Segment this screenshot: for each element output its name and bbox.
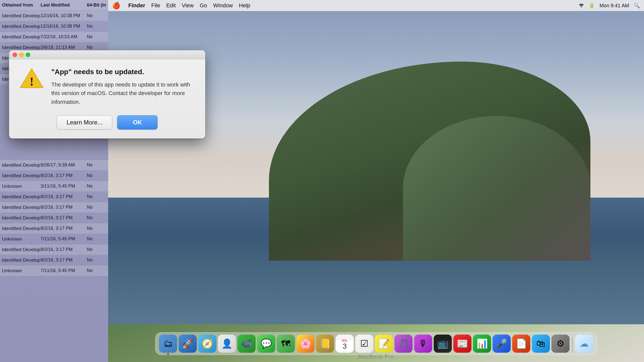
- alert-titlebar: [9, 50, 205, 59]
- maximize-button[interactable]: [26, 53, 30, 57]
- table-row: Identified Developer8/2/16, 3:17 PMNo: [0, 213, 108, 223]
- table-row: Identified Developer7/22/16, 10:53 AMNo: [0, 32, 108, 42]
- dock-active-dot: [167, 353, 169, 355]
- table-row: Identified Developer8/2/16, 3:17 PMNo: [0, 192, 108, 202]
- dock-icon-finder[interactable]: 🗂: [159, 335, 177, 353]
- dock-icon-icloud[interactable]: ☁: [575, 335, 593, 353]
- alert-title: "App" needs to be updated.: [51, 67, 195, 76]
- menubar-left: 🍎 Finder File Edit View Go Window Help: [112, 2, 250, 10]
- table-row: Unknown3/11/16, 5:45 PMNo: [0, 181, 108, 192]
- dock-separator: [572, 338, 573, 353]
- alert-buttons: Learn More... OK: [19, 115, 195, 129]
- dock-icon-contacts[interactable]: 👤: [218, 335, 236, 353]
- menubar-app-name[interactable]: Finder: [128, 2, 145, 9]
- clock: Mon 9:41 AM: [599, 3, 629, 9]
- table-row: Unknown7/11/16, 5:45 PMNo: [0, 265, 108, 276]
- island-rock2: [403, 116, 591, 261]
- dock-icon-noteshelf[interactable]: 📒: [316, 335, 334, 353]
- table-row: Identified Developer8/2/16, 3:17 PMNo: [0, 255, 108, 265]
- menubar-go[interactable]: Go: [200, 2, 207, 9]
- minimize-button[interactable]: [19, 53, 24, 57]
- learn-more-button[interactable]: Learn More...: [57, 115, 112, 129]
- table-row: Unknown7/11/16, 5:45 PMNo: [0, 234, 108, 244]
- dock-icon-keynote[interactable]: 🎤: [493, 335, 511, 353]
- table-row: Identified Developer9/26/17, 9:39 AMNo: [0, 160, 108, 170]
- warning-triangle-wrap: !: [20, 68, 44, 90]
- col-header-source: Obtained from: [2, 3, 41, 8]
- menubar-help[interactable]: Help: [239, 2, 250, 9]
- table-row: Identified Developer8/2/16, 3:17 PMNo: [0, 244, 108, 255]
- dock-icon-messages[interactable]: 💬: [257, 335, 275, 353]
- dock-icon-itunes[interactable]: 🎵: [394, 335, 413, 353]
- warning-icon: !: [19, 67, 44, 90]
- macbook-label: MacBook Pro: [358, 353, 394, 360]
- dock-icon-podcasts[interactable]: 🎙: [414, 335, 432, 353]
- dock-icon-safari[interactable]: 🧭: [198, 335, 216, 353]
- menubar-window[interactable]: Window: [213, 2, 233, 9]
- dock-icon-numbers[interactable]: 📊: [473, 335, 491, 353]
- dock-icon-sysprefs[interactable]: ⚙: [551, 335, 570, 353]
- dock: 🗂 🚀 🧭 👤 📹 💬 🗺 🌸 📒 JUL 3: [155, 332, 597, 355]
- table-row: Identified Developer8/2/16, 3:17 PMNo: [0, 170, 108, 181]
- dock-icon-news[interactable]: 📰: [453, 335, 471, 353]
- menubar-file[interactable]: File: [151, 2, 160, 9]
- apple-menu[interactable]: 🍎: [112, 2, 120, 10]
- alert-content: ! "App" needs to be updated. The develop…: [19, 67, 195, 106]
- menubar-right: 🔋 Mon 9:41 AM 🔍: [579, 3, 640, 9]
- battery-icon: 🔋: [589, 3, 595, 9]
- alert-text-area: "App" needs to be updated. The developer…: [51, 67, 195, 106]
- table-row: Identified Developer8/2/16, 3:17 PMNo: [0, 202, 108, 213]
- dock-icon-pages[interactable]: 📄: [512, 335, 530, 353]
- warning-triangle-svg: !: [20, 68, 44, 89]
- table-row: Identified Developer12/16/16, 10:38 PMNo: [0, 11, 108, 21]
- dock-icon-photos[interactable]: 🌸: [296, 335, 314, 353]
- dock-icon-maps[interactable]: 🗺: [277, 335, 295, 353]
- search-icon[interactable]: 🔍: [634, 3, 640, 9]
- dock-icon-appstore[interactable]: 🛍: [532, 335, 550, 353]
- dock-icon-notes[interactable]: 📝: [375, 335, 393, 353]
- table-row: Identified Developer8/2/16, 3:17 PMNo: [0, 223, 108, 234]
- menubar-edit[interactable]: Edit: [166, 2, 176, 9]
- col-header-bit: 64-Bit (Int...: [87, 3, 106, 8]
- ok-button[interactable]: OK: [117, 115, 157, 129]
- wifi-icon: [579, 3, 584, 9]
- menubar: 🍎 Finder File Edit View Go Window Help 🔋…: [108, 0, 644, 11]
- dock-icon-launchpad[interactable]: 🚀: [179, 335, 197, 353]
- menubar-view[interactable]: View: [182, 2, 194, 9]
- close-button[interactable]: [13, 53, 17, 57]
- alert-message: The developer of this app needs to updat…: [51, 80, 195, 106]
- dock-icon-facetime[interactable]: 📹: [237, 335, 256, 353]
- alert-body: ! "App" needs to be updated. The develop…: [9, 59, 205, 139]
- svg-text:!: !: [30, 75, 34, 88]
- dock-icon-tv[interactable]: 📺: [434, 335, 452, 353]
- table-row: Identified Developer12/16/16, 10:38 PMNo: [0, 21, 108, 32]
- alert-dialog: ! "App" needs to be updated. The develop…: [9, 50, 205, 139]
- dock-icon-reminders[interactable]: ☑: [355, 335, 373, 353]
- dock-icon-calendar[interactable]: JUL 3: [336, 335, 354, 353]
- col-header-date: Last Modified: [41, 3, 87, 8]
